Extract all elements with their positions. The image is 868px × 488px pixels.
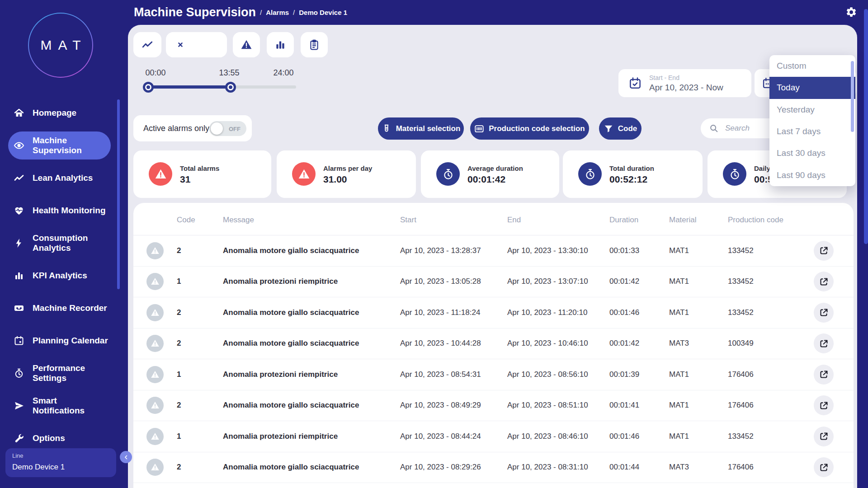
toggle-state-label: OFF: [229, 126, 241, 132]
sidebar-item-health-monitoring[interactable]: Health Monitoring: [0, 194, 121, 227]
breadcrumb-device[interactable]: Demo Device 1: [299, 9, 347, 16]
cell-code: 1: [177, 432, 181, 441]
time-slider-handle-end[interactable]: [225, 82, 236, 93]
cell-code: 2: [177, 463, 181, 472]
cell-duration: 00:01:33: [609, 246, 639, 255]
cell-end: Apr 10, 2023 - 08:51:10: [507, 401, 588, 410]
open-alarm-detail-button[interactable]: [814, 365, 834, 385]
sidebar-item-kpi-analytics[interactable]: KPI Analytics: [0, 259, 121, 292]
menu-option-today[interactable]: Today: [769, 77, 855, 99]
cell-material: MAT1: [669, 370, 689, 379]
menu-option-last-7-days[interactable]: Last 7 days: [769, 121, 855, 142]
column-header-production-code[interactable]: Production code: [728, 216, 783, 225]
page-scrollbar[interactable]: [864, 9, 868, 244]
open-alarm-detail-button[interactable]: [814, 427, 834, 446]
material-selection-button[interactable]: Material selection: [378, 117, 464, 140]
active-alarms-toggle[interactable]: OFF: [209, 121, 246, 136]
cell-duration: 00:01:42: [609, 339, 639, 348]
cell-end: Apr 10, 2023 - 13:30:10: [507, 246, 588, 255]
cell-end: Apr 10, 2023 - 11:20:10: [507, 308, 587, 317]
sidebar-item-machine-recorder[interactable]: Machine Recorder: [0, 292, 121, 324]
warning-icon: [151, 339, 160, 348]
alarm-warning-icon: [146, 304, 164, 321]
tab-warning[interactable]: [233, 32, 260, 57]
cell-code: 1: [177, 277, 181, 286]
open-alarm-detail-button[interactable]: [814, 395, 834, 415]
stat-value: 00:01:42: [467, 174, 505, 185]
cell-message: Anomalia motore giallo sciacquatrice: [223, 339, 359, 348]
warning-icon: [151, 370, 160, 379]
settings-gear-button[interactable]: [845, 6, 858, 19]
menu-option-last-30-days[interactable]: Last 30 days: [769, 142, 855, 164]
table-row: 2Anomalia motore giallo sciacquatriceApr…: [133, 390, 854, 422]
tab-alarms[interactable]: Alarms: [166, 32, 227, 57]
cell-production-code: 133452: [728, 432, 754, 441]
tab-trend[interactable]: [133, 32, 161, 57]
breadcrumb-separator: /: [260, 9, 262, 16]
open-alarm-detail-button[interactable]: [814, 241, 834, 261]
breadcrumb-separator: /: [293, 9, 295, 16]
cell-material: MAT1: [669, 401, 689, 410]
tab-clipboard[interactable]: [301, 32, 328, 57]
open-alarm-detail-button[interactable]: [814, 303, 834, 323]
stat-card-alarms-per-day: Alarms per day31.00: [277, 150, 416, 198]
sidebar-scrollbar[interactable]: [117, 99, 120, 289]
stopwatch-icon: [442, 168, 454, 180]
tab-bars[interactable]: [267, 32, 294, 57]
sidebar-item-performance-settings[interactable]: Performance Settings: [0, 357, 121, 389]
slider-end-label: 24:00: [273, 68, 293, 78]
stat-label: Average duration: [467, 164, 523, 172]
menu-option-last-90-days[interactable]: Last 90 days: [769, 164, 855, 186]
column-header-code[interactable]: Code: [177, 216, 195, 225]
column-header-message[interactable]: Message: [223, 216, 254, 225]
cell-start: Apr 10, 2023 - 08:44:24: [400, 432, 481, 441]
cell-duration: 00:01:42: [609, 277, 639, 286]
open-alarm-detail-button[interactable]: [814, 457, 834, 477]
trend-icon: [14, 173, 24, 183]
open-alarm-detail-button[interactable]: [814, 333, 834, 353]
sidebar-item-label: Performance Settings: [33, 363, 109, 383]
column-header-duration[interactable]: Duration: [609, 216, 638, 225]
stat-value: 00:52:12: [609, 174, 647, 185]
warning-icon: [298, 168, 310, 180]
date-range-picker[interactable]: Start - End Apr 10, 2023 - Now: [618, 69, 751, 97]
cell-code: 2: [177, 339, 181, 348]
cell-message: Anomalia motore giallo sciacquatrice: [223, 463, 359, 472]
menu-option-yesterday[interactable]: Yesterday: [769, 99, 855, 121]
sidebar-item-homepage[interactable]: Homepage: [0, 97, 121, 129]
cell-production-code: 176406: [728, 463, 754, 472]
open-alarm-detail-button[interactable]: [814, 272, 834, 291]
table-header-row: CodeMessageStartEndDurationMaterialProdu…: [133, 203, 854, 235]
toggle-knob: [211, 122, 223, 135]
code-filter-button[interactable]: Code: [599, 117, 642, 140]
warning-icon: [241, 39, 252, 51]
production-code-selection-button[interactable]: Production code selection: [470, 117, 589, 140]
sidebar-item-machine-supervision[interactable]: Machine Supervision: [8, 131, 111, 160]
device-selector-card[interactable]: Line Demo Device 1: [5, 448, 116, 477]
column-header-start[interactable]: Start: [400, 216, 416, 225]
breadcrumb-alarms[interactable]: Alarms: [266, 9, 289, 16]
sidebar-item-consumption-analytics[interactable]: Consumption Analytics: [0, 227, 121, 259]
sidebar-item-planning-calendar[interactable]: Planning Calendar: [0, 324, 121, 357]
production-button-label: Production code selection: [489, 124, 585, 133]
date-range-menu-scrollbar[interactable]: [851, 61, 854, 132]
funnel-icon: [604, 124, 613, 134]
cell-end: Apr 10, 2023 - 13:07:10: [507, 277, 588, 286]
external-icon: [819, 463, 829, 472]
column-header-end[interactable]: End: [507, 216, 521, 225]
menu-option-custom[interactable]: Custom: [769, 55, 855, 77]
sidebar-item-label: Health Monitoring: [33, 206, 105, 216]
sidebar-collapse-button[interactable]: [120, 451, 132, 463]
sidebar-item-lean-analytics[interactable]: Lean Analytics: [0, 162, 121, 194]
circledx-icon: [175, 39, 186, 51]
column-header-material[interactable]: Material: [669, 216, 696, 225]
date-range-menu: CustomTodayYesterdayLast 7 daysLast 30 d…: [769, 55, 855, 186]
cell-start: Apr 10, 2023 - 13:28:37: [400, 246, 481, 255]
time-slider-fill: [148, 85, 231, 89]
cell-code: 2: [177, 401, 181, 410]
calendar-check-icon: [628, 76, 642, 90]
time-slider-handle-start[interactable]: [143, 82, 154, 93]
cell-production-code: 133452: [728, 246, 754, 255]
sidebar-item-smart-notifications[interactable]: Smart Notifications: [0, 389, 121, 422]
sidebar-item-label: Consumption Analytics: [33, 233, 109, 253]
